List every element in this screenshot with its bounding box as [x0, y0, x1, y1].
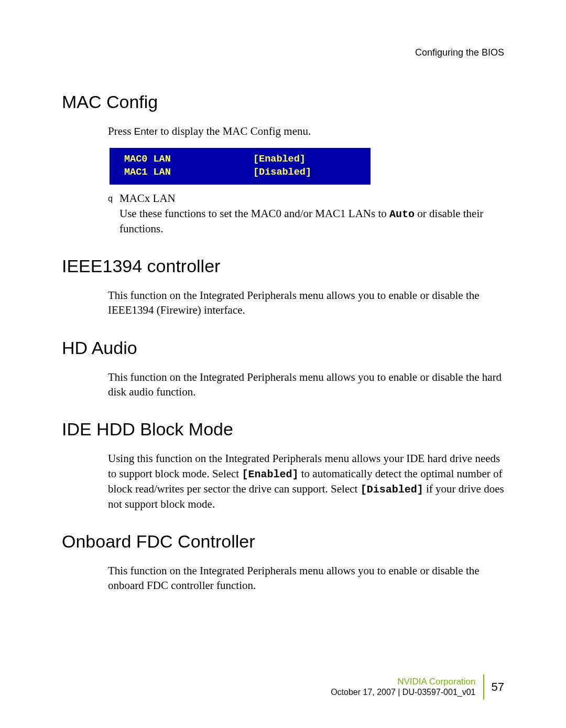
- bios-label: MAC0 LAN: [124, 153, 253, 166]
- text-fragment: Press: [108, 125, 134, 137]
- text-fragment: to display the MAC Config menu.: [158, 125, 311, 137]
- heading-mac-config: MAC Config: [62, 92, 504, 112]
- bullet-mark-icon: q: [108, 191, 119, 205]
- footer-dateline: October 17, 2007 | DU-03597-001_v01: [331, 687, 475, 698]
- footer-corporation: NVIDIA Corporation: [331, 677, 475, 687]
- hd-audio-body: This function on the Integrated Peripher…: [108, 370, 504, 400]
- bios-row: MAC1 LAN [Disabled]: [124, 166, 360, 179]
- bios-screenshot-box: MAC0 LAN [Enabled] MAC1 LAN [Disabled]: [110, 148, 371, 185]
- page-footer: NVIDIA Corporation October 17, 2007 | DU…: [331, 675, 504, 700]
- footer-page-number: 57: [484, 680, 504, 694]
- ieee-body: This function on the Integrated Peripher…: [108, 288, 504, 318]
- fdc-body: This function on the Integrated Peripher…: [108, 563, 504, 593]
- ide-body: Using this function on the Integrated Pe…: [108, 451, 504, 511]
- heading-hd-audio: HD Audio: [62, 338, 504, 358]
- text-fragment: Use these functions to set the MAC0 and/…: [119, 207, 389, 220]
- bullet-body-text: Use these functions to set the MAC0 and/…: [119, 206, 504, 236]
- bios-label: MAC1 LAN: [124, 166, 253, 179]
- mac-config-intro: Press Enter to display the MAC Config me…: [108, 124, 504, 138]
- running-header: Configuring the BIOS: [62, 47, 504, 58]
- bullet-item: q MACx LAN Use these functions to set th…: [108, 191, 504, 236]
- bullet-title: MACx LAN: [119, 191, 504, 206]
- heading-onboard-fdc: Onboard FDC Controller: [62, 531, 504, 552]
- heading-ieee1394: IEEE1394 controller: [62, 256, 504, 276]
- bios-value: [Enabled]: [253, 153, 306, 166]
- bios-value: [Disabled]: [253, 166, 311, 179]
- code-enabled: [Enabled]: [242, 468, 298, 480]
- code-disabled: [Disabled]: [361, 484, 423, 496]
- bios-row: MAC0 LAN [Enabled]: [124, 153, 360, 166]
- code-auto: Auto: [389, 208, 415, 220]
- key-enter: Enter: [134, 126, 158, 137]
- heading-ide-hdd: IDE HDD Block Mode: [62, 419, 504, 440]
